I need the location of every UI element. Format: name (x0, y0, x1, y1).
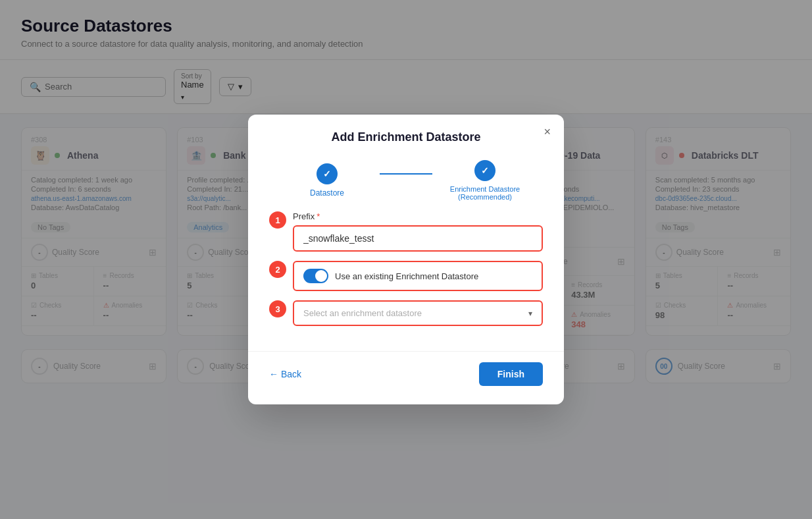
select-field-content: Select an enrichment datastore ▾ (293, 300, 543, 326)
step-1-circle: ✓ (317, 163, 338, 184)
step-1: ✓ Datastore (274, 163, 380, 198)
step-2: ✓ Enrichment Datastore (Recommended) (432, 160, 538, 201)
step-2-circle: ✓ (474, 160, 495, 181)
prefix-field-content: Prefix * (293, 211, 543, 252)
toggle-row: Use an existing Enrichment Datastore (293, 261, 543, 291)
step-connector (380, 173, 432, 175)
modal-body: 1 Prefix * 2 Use an existing Enrichment … (248, 211, 564, 351)
toggle-switch[interactable] (303, 269, 328, 283)
toggle-label: Use an existing Enrichment Datastore (335, 271, 478, 281)
modal-footer: ← Back Finish (248, 351, 564, 404)
step-badge-3: 3 (269, 300, 286, 317)
prefix-field-row: 1 Prefix * (269, 211, 543, 252)
finish-button[interactable]: Finish (479, 362, 543, 386)
prefix-label: Prefix * (293, 211, 543, 221)
step-badge-1: 1 (269, 211, 286, 229)
step-1-label: Datastore (310, 188, 344, 198)
enrichment-datastore-select[interactable]: Select an enrichment datastore ▾ (293, 300, 543, 326)
chevron-down-icon: ▾ (528, 309, 532, 318)
modal-header: Add Enrichment Datastore × (248, 115, 564, 144)
back-button[interactable]: ← Back (269, 369, 301, 379)
modal-title: Add Enrichment Datastore (264, 130, 548, 144)
select-field-row: 3 Select an enrichment datastore ▾ (269, 300, 543, 326)
stepper: ✓ Datastore ✓ Enrichment Datastore (Reco… (248, 144, 564, 211)
step-2-label: Enrichment Datastore (Recommended) (450, 185, 520, 201)
prefix-input[interactable] (293, 225, 543, 252)
toggle-field-content: Use an existing Enrichment Datastore (293, 261, 543, 291)
modal-add-enrichment: Add Enrichment Datastore × ✓ Datastore ✓… (248, 115, 564, 404)
step-badge-2: 2 (269, 261, 286, 278)
modal-overlay: Add Enrichment Datastore × ✓ Datastore ✓… (0, 0, 812, 519)
back-arrow-icon: ← (269, 369, 278, 379)
toggle-field-row: 2 Use an existing Enrichment Datastore (269, 261, 543, 291)
select-placeholder: Select an enrichment datastore (303, 308, 422, 318)
back-label: Back (281, 369, 301, 379)
required-indicator: * (317, 211, 320, 221)
modal-close-button[interactable]: × (544, 125, 551, 139)
